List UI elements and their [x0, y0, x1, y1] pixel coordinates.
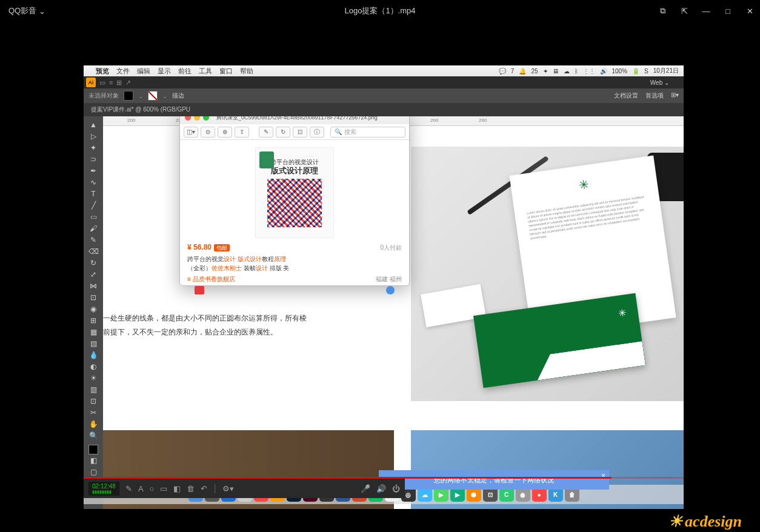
- menu-window[interactable]: 窗口: [219, 67, 233, 76]
- undo-icon[interactable]: ↶: [201, 484, 207, 493]
- wechat-icon[interactable]: 💬: [499, 68, 506, 75]
- hand-tool[interactable]: ✋: [85, 418, 102, 430]
- preview-titlebar[interactable]: 腾讯课堂_0C599D981A29F4E48B8200891178F742772…: [180, 116, 409, 124]
- selection-tool[interactable]: ▲: [85, 119, 102, 130]
- gradient-tool[interactable]: ▤: [85, 337, 102, 349]
- tool-icon[interactable]: ▭: [99, 79, 105, 87]
- line-tool[interactable]: ╱: [85, 199, 102, 211]
- wifi-icon[interactable]: ⋮⋮: [583, 68, 595, 75]
- width-tool[interactable]: ⋈: [85, 280, 102, 291]
- direct-select-tool[interactable]: ▷: [85, 130, 102, 142]
- sogou-icon[interactable]: S: [644, 68, 648, 75]
- blend-tool[interactable]: ◐: [85, 361, 102, 372]
- menu-file[interactable]: 文件: [116, 67, 130, 76]
- align-icon[interactable]: ⊞▾: [671, 91, 679, 100]
- preferences[interactable]: 首选项: [645, 91, 664, 100]
- preview-search[interactable]: 🔍搜索: [330, 127, 405, 138]
- slice-tool[interactable]: ✂: [85, 407, 102, 418]
- share-icon[interactable]: ⇪: [235, 127, 249, 138]
- crop-icon[interactable]: ⊡: [293, 127, 307, 138]
- color-mode[interactable]: ◧: [85, 454, 102, 466]
- perspective-tool[interactable]: ⊞: [85, 314, 102, 326]
- mic-icon[interactable]: 🎤: [361, 484, 370, 493]
- shaper-tool[interactable]: ✎: [85, 234, 102, 245]
- arrow-icon[interactable]: ↗: [125, 79, 131, 87]
- symbol-tool[interactable]: ☀: [85, 372, 102, 384]
- ai-workspace: ▲ ▷ ✦ ⊃ ✒ ∿ T ╱ ▭ 🖌 ✎ ⌫ ↻ ⤢ ⋈ ⊡ ◉ ⊞ ▦ ▤ …: [84, 116, 684, 509]
- workspace[interactable]: Web ⌄: [650, 79, 669, 86]
- graph-tool[interactable]: ▥: [85, 384, 102, 395]
- shape-builder[interactable]: ◉: [85, 303, 102, 314]
- bluetooth-icon[interactable]: ᛒ: [575, 68, 578, 75]
- notif-icon[interactable]: 🔔: [519, 68, 526, 75]
- delete-icon[interactable]: 🗑: [187, 484, 195, 493]
- fill-color[interactable]: [88, 445, 98, 454]
- menu-help[interactable]: 帮助: [240, 67, 253, 76]
- document-tab[interactable]: 提案VIP课件.ai* @ 600% (RGB/GPU: [84, 103, 684, 116]
- pin-icon[interactable]: ⇱: [678, 4, 691, 18]
- menu-edit[interactable]: 编辑: [137, 67, 150, 76]
- battery[interactable]: 100%: [612, 68, 628, 75]
- mesh-tool[interactable]: ▦: [85, 326, 102, 337]
- menu-view[interactable]: 显示: [158, 67, 171, 76]
- app-name[interactable]: QQ影音⌄: [0, 5, 54, 16]
- screen-mode[interactable]: ▢: [85, 466, 102, 477]
- rect-tool[interactable]: ▭: [85, 211, 102, 222]
- rect-icon[interactable]: ▭: [160, 484, 167, 493]
- menu-app[interactable]: 预览: [96, 67, 109, 76]
- menu-go[interactable]: 前往: [178, 67, 192, 76]
- cloud-icon[interactable]: ☁: [564, 68, 570, 75]
- maximize-icon[interactable]: □: [721, 4, 735, 18]
- max-traffic[interactable]: [203, 116, 209, 121]
- eyedropper-tool[interactable]: 💧: [85, 349, 102, 361]
- fill-swatch[interactable]: [124, 91, 133, 101]
- menu-tools[interactable]: 工具: [199, 67, 212, 76]
- power-icon[interactable]: ⏻: [392, 484, 400, 493]
- bird-icon[interactable]: ✦: [543, 68, 548, 75]
- pip-icon[interactable]: ⧉: [656, 4, 669, 18]
- close-icon[interactable]: ✕: [743, 4, 756, 18]
- display-icon[interactable]: 🖥: [553, 68, 559, 75]
- chevron-down-icon: ⌄: [39, 7, 45, 16]
- lasso-tool[interactable]: ⊃: [85, 153, 102, 165]
- scale-tool[interactable]: ⤢: [85, 268, 102, 280]
- rotate-icon[interactable]: ↻: [276, 127, 290, 138]
- volume-icon[interactable]: 🔊: [600, 68, 607, 75]
- book-pattern: [267, 179, 322, 227]
- brush-tool[interactable]: 🖌: [85, 222, 102, 234]
- highlight-icon[interactable]: ◧: [173, 484, 181, 493]
- wand-tool[interactable]: ✦: [85, 142, 102, 153]
- min-traffic[interactable]: [194, 116, 200, 121]
- pen-tool-icon[interactable]: ✎: [125, 484, 132, 493]
- rotate-tool[interactable]: ↻: [85, 257, 102, 268]
- stationery-mockup: ✳ Lorem ipsum dolor sit amet consectetur…: [411, 147, 684, 401]
- sidebar-icon[interactable]: ◫▾: [184, 127, 198, 138]
- envelope-logo-icon: ✳: [617, 307, 627, 319]
- volume-icon[interactable]: 🔊: [376, 484, 386, 493]
- zoom-tool[interactable]: 🔍: [85, 430, 102, 441]
- settings-icon[interactable]: ⚙▾: [222, 484, 234, 493]
- free-transform[interactable]: ⊡: [85, 291, 102, 303]
- tool-icon[interactable]: ≡: [109, 79, 113, 86]
- stroke-label: 描边: [172, 91, 184, 100]
- doc-settings[interactable]: 文档设置: [614, 91, 638, 100]
- zoom-in-icon[interactable]: ⊕: [218, 127, 232, 138]
- markup-icon[interactable]: ✎: [259, 127, 273, 138]
- minimize-icon[interactable]: —: [699, 4, 713, 18]
- circle-icon[interactable]: ○: [150, 484, 155, 493]
- pen-tool[interactable]: ✒: [85, 165, 102, 176]
- text-icon[interactable]: A: [138, 484, 144, 493]
- close-traffic[interactable]: [185, 116, 191, 121]
- eraser-tool[interactable]: ⌫: [85, 245, 102, 257]
- date[interactable]: 10月21日: [653, 67, 679, 75]
- curvature-tool[interactable]: ∿: [85, 176, 102, 188]
- info-icon[interactable]: ⓘ: [310, 127, 324, 138]
- artboard-tool[interactable]: ⊡: [85, 395, 102, 407]
- shop-name[interactable]: 品质书香旗舰店: [193, 276, 235, 282]
- zoom-out-icon[interactable]: ⊖: [201, 127, 215, 138]
- canvas[interactable]: 200 220 240 260 280 腾讯课堂_0C599D981A29F4E…: [103, 116, 684, 509]
- stroke-swatch[interactable]: [148, 91, 158, 101]
- preview-toolbar: ◫▾ ⊖ ⊕ ⇪ ✎ ↻ ⊡ ⓘ 🔍搜索: [180, 124, 409, 140]
- type-tool[interactable]: T: [85, 188, 102, 199]
- tool-icon[interactable]: ⊞: [116, 79, 122, 87]
